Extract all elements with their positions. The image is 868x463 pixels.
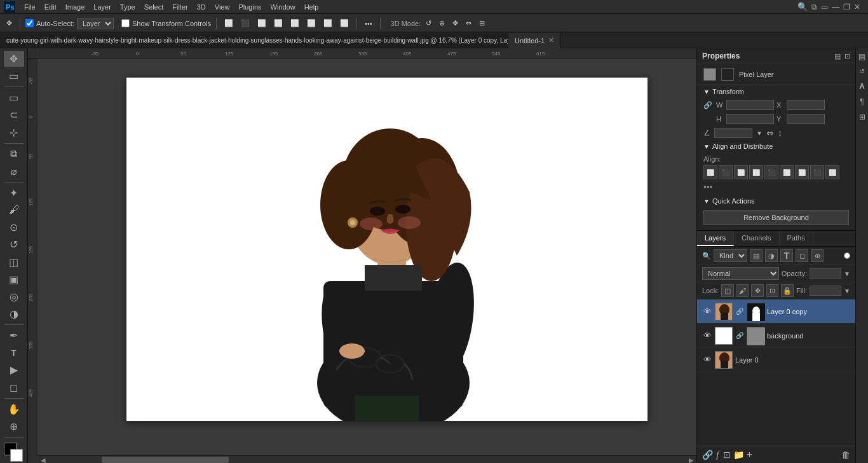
move-tool-options[interactable]: ✥: [4, 18, 15, 29]
search-icon[interactable]: 🔍: [797, 2, 808, 11]
align-separator-btn[interactable]: ⬜: [271, 18, 285, 29]
lock-image-btn[interactable]: 🖌: [736, 284, 749, 297]
filter-shape-btn[interactable]: ◻: [796, 249, 808, 262]
menu-type[interactable]: Type: [116, 2, 139, 12]
text-tool[interactable]: T: [4, 345, 24, 361]
align-right-btn[interactable]: ⬜: [255, 18, 269, 29]
x-input[interactable]: 0 mm: [787, 100, 825, 110]
menu-filter[interactable]: Filter: [168, 2, 191, 12]
new-layer-btn[interactable]: +: [747, 449, 752, 460]
align-v-center-btn[interactable]: ⬛: [764, 165, 778, 179]
3d-rotate-btn[interactable]: ↺: [423, 18, 434, 29]
align-center-v-btn[interactable]: ⬜: [304, 18, 318, 29]
blur-tool[interactable]: ◎: [4, 289, 24, 305]
opacity-input[interactable]: 100%: [810, 268, 841, 279]
scroll-right-btn[interactable]: ▶: [686, 456, 696, 463]
angle-dropdown-icon[interactable]: ▼: [756, 130, 763, 137]
crop-tool[interactable]: ⧉: [4, 146, 24, 162]
menu-layer[interactable]: Layer: [90, 2, 115, 12]
align-section-title[interactable]: ▼ Align and Distribute: [697, 140, 855, 153]
window-restore-icon[interactable]: ❐: [843, 3, 850, 11]
blend-mode-select[interactable]: Normal: [702, 267, 779, 280]
properties-panel-btn[interactable]: ▤: [857, 51, 868, 62]
layer-item-0-copy[interactable]: 👁 🔗 Layer 0 copy: [697, 300, 855, 324]
tab-close-untitled[interactable]: ✕: [548, 36, 554, 45]
window-minimize-icon[interactable]: —: [832, 3, 839, 11]
history-panel-btn[interactable]: ↺: [858, 66, 866, 77]
fill-input[interactable]: 100%: [810, 286, 841, 296]
align-bottom-btn[interactable]: ⬜: [321, 18, 335, 29]
visibility-layer0-copy[interactable]: 👁: [702, 307, 712, 316]
swatches-panel-btn[interactable]: ⊞: [858, 111, 867, 123]
tab-untitled[interactable]: Untitled-1 ✕: [508, 33, 561, 48]
distribute-h-btn[interactable]: ⬛: [810, 165, 824, 179]
filter-smart-btn[interactable]: ⊕: [811, 249, 824, 262]
paragraph-panel-btn[interactable]: ¶: [858, 96, 865, 107]
menu-edit[interactable]: Edit: [41, 2, 60, 12]
eyedropper-tool[interactable]: ⌀: [4, 163, 24, 179]
more-options-btn[interactable]: •••: [362, 18, 375, 29]
distribute-left-btn[interactable]: ⬜: [795, 165, 809, 179]
transform-section-title[interactable]: ▼ Transform: [697, 85, 855, 98]
angle-input[interactable]: 0.00°: [714, 128, 752, 138]
delete-layer-btn[interactable]: 🗑: [841, 450, 850, 460]
3d-roll-btn[interactable]: ⊕: [437, 18, 447, 29]
lock-position-btn[interactable]: ✥: [751, 284, 764, 297]
width-input[interactable]: 568.96 mm: [726, 100, 774, 110]
3d-slide-btn[interactable]: ⇔: [463, 18, 474, 29]
show-transform-checkbox[interactable]: Show Transform Controls: [121, 19, 211, 27]
object-select-tool[interactable]: ⊹: [4, 125, 24, 141]
dodge-tool[interactable]: ◑: [4, 306, 24, 322]
zoom-tool[interactable]: ⊕: [4, 418, 24, 434]
opacity-arrow-icon[interactable]: ▼: [844, 270, 850, 277]
shape-tool[interactable]: ◻: [4, 380, 24, 396]
align-bottom2-btn[interactable]: ⬜: [337, 18, 351, 29]
arrange-windows-icon[interactable]: ⧉: [811, 3, 817, 11]
filter-pixel-btn[interactable]: ▤: [750, 249, 763, 262]
flip-h-icon[interactable]: ⇔: [766, 128, 774, 138]
frame-icon[interactable]: ▭: [821, 3, 828, 11]
link-icon[interactable]: 🔗: [703, 101, 714, 109]
background-color[interactable]: [10, 449, 23, 462]
lock-all-btn[interactable]: 🔒: [781, 284, 794, 297]
pen-tool[interactable]: ✒: [4, 328, 24, 343]
remove-background-btn[interactable]: Remove Background: [703, 210, 849, 225]
heal-tool[interactable]: ✦: [4, 185, 24, 201]
align-center-h-btn[interactable]: ⬛: [238, 18, 252, 29]
align-left-btn[interactable]: ⬜: [222, 18, 236, 29]
gradient-tool[interactable]: ▣: [4, 272, 24, 287]
align-left-edges-btn[interactable]: ⬜: [703, 165, 717, 179]
layer-item-0[interactable]: 👁 Layer 0: [697, 348, 855, 372]
height-input[interactable]: 379.31 mm: [726, 114, 774, 124]
align-bottom-edges-btn[interactable]: ⬜: [780, 165, 794, 179]
3d-scale-btn[interactable]: ⊞: [477, 18, 487, 29]
hand-tool[interactable]: ✋: [4, 401, 24, 417]
lock-transparent-btn[interactable]: ◫: [721, 284, 734, 297]
menu-plugins[interactable]: Plugins: [234, 2, 265, 12]
align-h-center-btn[interactable]: ⬛: [719, 165, 733, 179]
menu-window[interactable]: Window: [267, 2, 299, 12]
menu-image[interactable]: Image: [62, 2, 89, 12]
auto-select-checkbox[interactable]: Auto-Select:: [25, 19, 74, 27]
tab-layers[interactable]: Layers: [697, 231, 734, 246]
marquee-tool[interactable]: ▭: [4, 90, 24, 106]
menu-view[interactable]: View: [211, 2, 234, 12]
prop-pixel-layer-btn[interactable]: ▤: [834, 52, 841, 60]
visibility-layer0[interactable]: 👁: [702, 355, 712, 364]
auto-select-dropdown[interactable]: Layer: [77, 18, 114, 29]
filter-adj-btn[interactable]: ◑: [765, 249, 778, 262]
path-select-tool[interactable]: ▶: [4, 362, 24, 378]
lasso-tool[interactable]: ⊂: [4, 107, 24, 123]
tab-channels[interactable]: Channels: [734, 231, 779, 246]
artboard-tool[interactable]: ▭: [4, 68, 24, 84]
prop-mask-btn[interactable]: ⊡: [844, 52, 850, 60]
menu-3d[interactable]: 3D: [193, 2, 210, 12]
layer-item-background[interactable]: 👁 🔗 background: [697, 324, 855, 348]
link-layers-btn[interactable]: 🔗: [702, 450, 713, 460]
flip-v-icon[interactable]: ↕: [778, 128, 782, 138]
tab-main-file[interactable]: cute-young-girl-with-dark-wavy-hairstyle…: [0, 33, 508, 48]
add-mask-btn[interactable]: ⊡: [723, 450, 731, 460]
history-brush-tool[interactable]: ↺: [4, 237, 24, 252]
y-input[interactable]: 0 mm: [787, 114, 825, 124]
brush-tool[interactable]: 🖌: [4, 202, 24, 218]
